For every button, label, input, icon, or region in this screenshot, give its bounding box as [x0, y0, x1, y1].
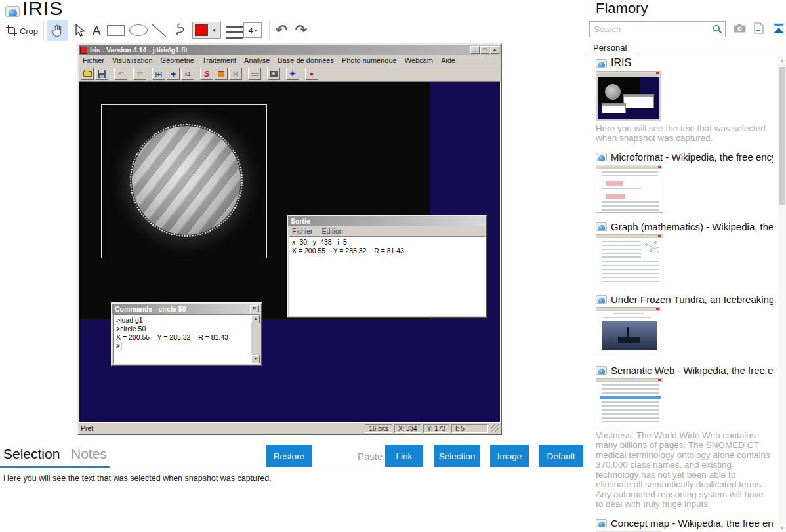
scroll-down-icon[interactable]: ∨: [778, 524, 786, 531]
snapshot-icon: [596, 153, 607, 161]
snapshot-canvas[interactable]: Iris - Version 4.14 - j:\iris\g1.fit _ □…: [0, 42, 584, 440]
camera-icon[interactable]: [267, 68, 280, 80]
selection-text: Here you will see the text that was sele…: [3, 474, 272, 483]
search-icon[interactable]: [713, 24, 722, 34]
paste-image-button[interactable]: Image: [490, 445, 529, 467]
cross-blue-icon[interactable]: ✦: [286, 68, 299, 80]
maximize-button[interactable]: □: [480, 46, 489, 54]
snapshot-title[interactable]: Under Frozen Tundra, an Icebreaking Ship…: [611, 294, 773, 305]
sortie-menu-fichier[interactable]: Fichier: [292, 227, 313, 235]
list-item[interactable]: Graph (mathematics) - Wikipedia, the fre…: [596, 220, 773, 285]
toolbar-separator: [43, 21, 44, 41]
tab-divider: [110, 468, 583, 468]
commande-scrollbar[interactable]: ▲ ▼: [251, 315, 260, 363]
sidebar-scrollbar[interactable]: ∧ ∨: [778, 56, 786, 532]
close-button[interactable]: ×: [490, 46, 499, 54]
minimize-button[interactable]: _: [470, 46, 480, 54]
menu-photo-numerique[interactable]: Photo numérique: [338, 56, 401, 64]
new-note-icon[interactable]: [754, 22, 764, 34]
stroke-size-value: 4: [248, 26, 253, 35]
scrollbar-thumb[interactable]: [779, 67, 785, 205]
restore-button[interactable]: Restore: [266, 445, 312, 467]
menu-traitement[interactable]: Traitement: [198, 56, 240, 64]
editor-header: IRIS Crop A ▾: [0, 0, 584, 42]
page-title: IRIS: [22, 0, 63, 20]
snapshot-thumbnail[interactable]: [596, 234, 663, 285]
paste-link-button[interactable]: Link: [385, 445, 423, 467]
color-picker[interactable]: ▾: [192, 22, 221, 39]
thumb-ship-photo: [602, 321, 657, 350]
chevron-down-icon[interactable]: ▾: [208, 27, 220, 33]
search-input[interactable]: [589, 21, 726, 37]
menu-analyse[interactable]: Analyse: [240, 56, 274, 64]
snapshot-title[interactable]: Concept map - Wikipedia, the free encycl…: [611, 518, 773, 529]
sortie-titlebar[interactable]: Sortie: [288, 216, 486, 226]
undo-icon[interactable]: ↶: [114, 68, 127, 80]
iris-window-title: Iris - Version 4.14 - j:\iris\g1.fit: [90, 46, 188, 54]
crop-icon[interactable]: [5, 24, 17, 37]
tab-personal[interactable]: Personal: [589, 41, 636, 55]
open-icon[interactable]: [81, 68, 94, 80]
save-icon[interactable]: [95, 68, 108, 80]
scroll-up-icon[interactable]: ∧: [778, 58, 786, 64]
tab-notes[interactable]: Notes: [71, 446, 107, 462]
zoom-x1-icon[interactable]: x1: [181, 68, 194, 80]
stroke-size-select[interactable]: 4 ▾: [243, 22, 262, 38]
list-item[interactable]: Semantic Web - Wikipedia, the free encyc…: [596, 363, 773, 509]
snapshot-thumbnail[interactable]: [596, 378, 663, 428]
crop-button-label[interactable]: Crop: [18, 26, 39, 36]
h-icon[interactable]: H: [229, 68, 242, 80]
paste-default-button[interactable]: Default: [539, 445, 583, 467]
commande-titlebar[interactable]: Commande - circle 50 ×: [112, 304, 261, 314]
tab-selection[interactable]: Selection: [3, 446, 60, 462]
select-cursor-tool[interactable]: [71, 22, 88, 39]
snapshot-title[interactable]: Graph (mathematics) - Wikipedia, the fre…: [611, 221, 773, 232]
flamory-logo-icon[interactable]: [772, 22, 786, 34]
hand-tool-button[interactable]: [47, 20, 68, 41]
line-tool[interactable]: [151, 23, 167, 38]
sortie-menu-edition[interactable]: Edition: [322, 227, 343, 235]
snapshot-thumbnail[interactable]: [596, 165, 663, 213]
thumb-titlebar: [596, 235, 663, 238]
swap-icon[interactable]: ⇄: [133, 68, 146, 80]
snapshot-thumbnail[interactable]: [596, 307, 661, 356]
iris-image-canvas[interactable]: Sortie Fichier Edition x=30 y=438 i=5 X …: [79, 81, 501, 422]
snapshot-title[interactable]: Semantic Web - Wikipedia, the free encyc…: [611, 365, 773, 376]
move-icon[interactable]: +: [167, 68, 180, 80]
scroll-up-icon[interactable]: ▲: [251, 315, 260, 323]
text-tool[interactable]: A: [90, 24, 103, 38]
ellipse-tool[interactable]: [129, 24, 148, 36]
list-icon[interactable]: [248, 68, 261, 80]
menu-base-de-donnees[interactable]: Base de données: [274, 56, 338, 64]
list-item[interactable]: Microformat - Wikipedia, the free encycl…: [596, 150, 773, 213]
list-item[interactable]: Concept map - Wikipedia, the free encycl…: [596, 516, 773, 532]
commande-console[interactable]: >load g1 >circle 50 X = 200.55 Y = 285.3…: [113, 314, 260, 364]
redo-button[interactable]: ↷: [293, 21, 310, 39]
menu-visualisation[interactable]: Visualisation: [108, 56, 157, 64]
stroke-width-icon[interactable]: [226, 24, 243, 40]
menu-geometrie[interactable]: Géométrie: [157, 56, 198, 64]
grid-icon[interactable]: ⊞: [152, 68, 165, 80]
status-x: X: 334: [394, 424, 421, 433]
menu-webcam[interactable]: Webcam: [401, 56, 437, 64]
sortie-window: Sortie Fichier Edition x=30 y=438 i=5 X …: [287, 215, 487, 318]
scroll-down-icon[interactable]: ▼: [251, 355, 260, 363]
snapshot-title[interactable]: Microformat - Wikipedia, the free encycl…: [611, 152, 773, 163]
square-orange-icon[interactable]: [215, 68, 228, 80]
camera-icon[interactable]: [734, 24, 746, 33]
menu-aide[interactable]: Aide: [437, 56, 459, 64]
snapshot-title[interactable]: IRIS: [611, 57, 773, 69]
paste-selection-button[interactable]: Selection: [434, 445, 480, 467]
rectangle-icon: [107, 25, 125, 36]
dot-red-icon[interactable]: ●: [305, 68, 318, 80]
resize-grip[interactable]: [491, 424, 499, 432]
snapshot-thumbnail[interactable]: [596, 71, 661, 121]
s-red-icon[interactable]: S: [200, 68, 213, 80]
menu-fichier[interactable]: Fichier: [79, 56, 108, 64]
undo-button[interactable]: ↶: [273, 21, 290, 39]
list-item[interactable]: IRIS Here you will see the text that was…: [596, 56, 773, 143]
rectangle-tool[interactable]: [107, 25, 125, 36]
close-icon[interactable]: ×: [250, 305, 259, 312]
list-item[interactable]: Under Frozen Tundra, an Icebreaking Ship…: [596, 293, 773, 356]
freehand-tool[interactable]: [171, 22, 186, 39]
